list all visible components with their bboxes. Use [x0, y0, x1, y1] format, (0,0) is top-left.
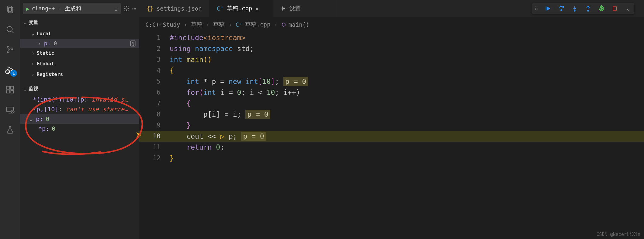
chevron-down-icon: ⌄	[24, 87, 26, 92]
variable-row[interactable]: › p: 0 0110	[20, 39, 139, 48]
debug-sidebar: ▶ clang++ - 生成和 ⌄ ⋯ ⌄变量 ⌄Local › p: 0 01…	[20, 0, 139, 239]
chevron-right-icon: ›	[38, 40, 41, 47]
line-number: 8	[139, 109, 170, 120]
execution-pointer-icon: ▷	[220, 132, 229, 140]
svg-line-11	[6, 70, 7, 71]
svg-point-5	[7, 51, 9, 53]
line-number: 2	[139, 43, 170, 54]
line-number: 3	[139, 54, 170, 65]
svg-point-35	[574, 10, 575, 12]
remote-icon[interactable]	[4, 104, 16, 116]
current-execution-line: 10 cout << ▷ p; p = 0	[139, 131, 644, 142]
close-icon[interactable]: ✕	[255, 5, 258, 12]
scope-global[interactable]: ›Global	[20, 58, 139, 69]
binary-icon[interactable]: 0110	[130, 40, 136, 47]
step-over-button[interactable]	[558, 5, 565, 12]
breadcrumb-seg[interactable]: 草稿	[191, 21, 203, 29]
svg-rect-31	[546, 7, 546, 11]
testing-icon[interactable]	[4, 124, 16, 136]
grip-icon[interactable]: ⠿	[535, 6, 538, 12]
explorer-icon[interactable]	[4, 4, 16, 15]
line-number: 9	[139, 120, 170, 131]
line-number: 5	[139, 76, 170, 87]
svg-rect-14	[10, 86, 13, 89]
chevron-down-icon: ⌄	[29, 115, 33, 123]
scope-registers[interactable]: ›Registers	[20, 69, 139, 80]
cpp-icon: C⁺	[217, 5, 224, 12]
svg-text:10: 10	[132, 43, 134, 46]
chevron-down-icon: ⌄	[24, 20, 26, 25]
breadcrumb-seg[interactable]: 草稿	[213, 21, 225, 29]
launch-config-select[interactable]: ▶ clang++ - 生成和 ⌄	[23, 3, 121, 14]
watch-item[interactable]: *(int(*)[10])p: invalid s…	[20, 95, 139, 104]
line-number: 7	[139, 98, 170, 109]
svg-point-21	[126, 8, 127, 9]
watch-item-expanded[interactable]: ⌄p:0	[20, 114, 139, 124]
watch-section[interactable]: ⌄监视	[20, 83, 139, 95]
line-number: 4	[139, 65, 170, 76]
chevron-right-icon: ›	[32, 51, 34, 56]
line-number: 6	[139, 87, 170, 98]
launch-config-label: clang++ - 生成和	[32, 5, 81, 12]
breadcrumb[interactable]: C:C++Study› 草稿› 草稿› C⁺草稿.cpp› main()	[139, 17, 644, 32]
svg-point-2	[7, 26, 12, 32]
chevron-right-icon: ›	[32, 61, 34, 66]
svg-point-30	[282, 9, 283, 10]
step-out-button[interactable]	[584, 5, 592, 12]
inline-value: p = 0	[241, 132, 266, 141]
editor-area: {}settings.json C⁺草稿.cpp✕ 设置 C:C++Study›…	[139, 0, 644, 239]
debug-icon[interactable]: 1	[4, 64, 16, 75]
cpp-icon: C⁺	[236, 21, 243, 28]
tab-settings[interactable]: 设置	[273, 0, 337, 17]
watch-child[interactable]: *p:0	[20, 124, 139, 133]
restart-button[interactable]	[598, 5, 605, 12]
gear-icon[interactable]	[123, 5, 130, 12]
svg-rect-16	[11, 91, 14, 93]
line-number: 1	[139, 32, 170, 43]
settings-icon	[281, 6, 286, 11]
inline-value: p = 0	[283, 77, 308, 86]
search-icon[interactable]	[4, 24, 16, 35]
svg-point-6	[11, 48, 13, 50]
breadcrumb-file[interactable]: C⁺草稿.cpp	[236, 21, 271, 29]
continue-button[interactable]	[544, 5, 552, 12]
svg-marker-32	[547, 7, 550, 11]
variables-section[interactable]: ⌄变量	[20, 17, 139, 28]
chevron-down-icon[interactable]: ⌄	[625, 5, 632, 12]
inline-value: p = 0	[245, 110, 270, 119]
execution-pointer-icon	[135, 131, 144, 139]
line-number: 10	[139, 131, 170, 142]
svg-rect-15	[7, 90, 10, 93]
svg-point-4	[7, 46, 9, 48]
json-icon: {}	[147, 5, 154, 12]
svg-rect-13	[7, 86, 10, 89]
scope-local[interactable]: ⌄Local	[20, 28, 139, 39]
more-icon[interactable]: ⋯	[132, 5, 136, 12]
svg-rect-38	[613, 7, 617, 10]
chevron-right-icon: ›	[32, 72, 34, 77]
method-icon	[281, 22, 286, 27]
extensions-icon[interactable]	[4, 84, 16, 95]
scope-static[interactable]: ›Static	[20, 48, 139, 58]
breadcrumb-seg[interactable]: C:C++Study	[145, 21, 180, 28]
step-into-button[interactable]	[571, 5, 578, 12]
watermark: CSDN @NecerLiXin	[597, 232, 641, 237]
svg-line-12	[9, 70, 9, 71]
svg-line-3	[12, 31, 13, 33]
play-icon: ▶	[26, 5, 29, 12]
chevron-down-icon: ⌄	[32, 31, 34, 36]
activity-bar: 1	[0, 0, 20, 239]
svg-point-37	[587, 10, 589, 12]
tab-draft-cpp[interactable]: C⁺草稿.cpp✕	[209, 0, 273, 17]
debug-toolbar[interactable]: ⠿ ⌄	[532, 3, 634, 14]
svg-point-29	[283, 8, 284, 9]
chevron-down-icon: ⌄	[114, 5, 118, 12]
source-control-icon[interactable]	[4, 44, 16, 55]
stop-button[interactable]	[611, 5, 618, 12]
breadcrumb-symbol[interactable]: main()	[281, 21, 310, 28]
code-editor[interactable]: 1#include<iostream> 2using namespace std…	[139, 32, 644, 239]
tab-settings-json[interactable]: {}settings.json	[139, 0, 209, 17]
watch-item[interactable]: *p,[10]: can't use starre…	[20, 104, 139, 114]
line-number: 12	[139, 153, 170, 164]
debug-badge: 1	[10, 70, 17, 77]
